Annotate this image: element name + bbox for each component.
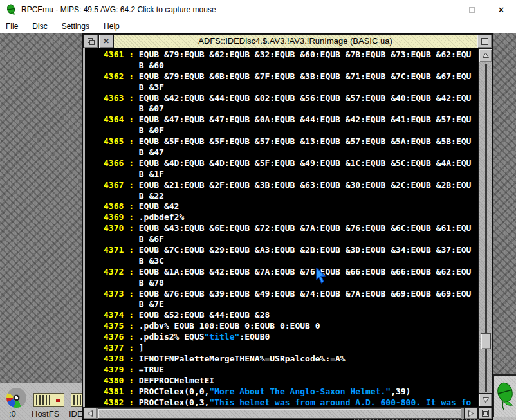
- code-text: EQUB &42:EQUB &44:EQUB &02:EQUB &56:EQUB…: [139, 93, 472, 103]
- code-text: B &1F: [139, 169, 164, 179]
- line-separator: :: [124, 343, 138, 352]
- line-separator: :: [124, 387, 138, 396]
- code-text: EQUB &79:EQUB &62:EQUB &32:EQUB &60:EQUB…: [139, 50, 472, 59]
- code-text: B &3C: [139, 256, 164, 266]
- vertical-scroll-track[interactable]: [479, 62, 492, 393]
- line-number: 4378: [104, 354, 124, 363]
- resize-icon: [482, 410, 489, 417]
- scroll-left-button[interactable]: [83, 407, 97, 419]
- maximize-button[interactable]: [457, 0, 486, 19]
- code-line: 4378 : IFNOTFNPaletteMergeTHENA%=USRpalc…: [104, 354, 478, 365]
- close-icon: ✕: [498, 6, 505, 14]
- line-number: 4376: [104, 332, 124, 342]
- back-button[interactable]: [83, 34, 98, 48]
- code-text: B &22: [139, 191, 164, 201]
- scroll-right-button[interactable]: [464, 407, 478, 419]
- code-line: 4364 : EQUB &47:EQUB &47:EQUB &0A:EQUB &…: [104, 114, 478, 125]
- code-text: .pdbis2% EQUS: [139, 332, 205, 342]
- line-number: 4371: [104, 245, 124, 255]
- line-number: 4374: [104, 310, 124, 320]
- task-manager-panel: [493, 374, 516, 417]
- editor-main: 4361 : EQUB &79:EQUB &62:EQUB &32:EQUB &…: [83, 48, 492, 407]
- code-line: 4375 : .pdbv% EQUB 108:EQUB 0:EQUB 0:EQU…: [104, 321, 478, 332]
- code-line-wrap: B &78: [104, 278, 478, 289]
- code-line-wrap: B &0F: [104, 125, 478, 136]
- vertical-scrollbar[interactable]: [478, 48, 492, 407]
- code-line-wrap: B &1F: [104, 169, 478, 180]
- code-line: 4367 : EQUB &21:EQUB &2F:EQUB &3B:EQUB &…: [104, 180, 478, 191]
- line-number: 4366: [104, 158, 124, 168]
- drive-label: IDE: [69, 409, 83, 419]
- drive-vents: [36, 395, 50, 405]
- horizontal-scrollbar[interactable]: [83, 407, 492, 419]
- code-text: B &78: [139, 278, 164, 288]
- line-number: 4369: [104, 212, 124, 222]
- code-text: B &07: [139, 104, 164, 113]
- line-separator: :: [124, 289, 138, 298]
- code-line: 4362 : EQUB &79:EQUB &6B:EQUB &7F:EQUB &…: [104, 71, 478, 82]
- minimize-button[interactable]: [427, 0, 457, 19]
- code-text: =TRUE: [139, 365, 164, 374]
- code-line: 4379 : =TRUE: [104, 365, 478, 376]
- code-text: EQUB &5F:EQUB &5F:EQUB &57:EQUB &13:EQUB…: [139, 136, 472, 146]
- code-text: .pdbv% EQUB 108:EQUB 0:EQUB 0:EQUB 0: [139, 321, 320, 331]
- toggle-size-button[interactable]: [477, 34, 492, 48]
- line-separator: :: [124, 354, 138, 363]
- code-line: 4371 : EQUB &7C:EQUB &29:EQUB &A3:EQUB &…: [104, 245, 478, 256]
- line-number: 4373: [104, 289, 124, 298]
- scroll-down-button[interactable]: [479, 393, 492, 407]
- menu-help[interactable]: Help: [104, 22, 120, 31]
- line-separator: :: [124, 223, 138, 233]
- code-line-wrap: B &22: [104, 191, 478, 202]
- line-separator: :: [124, 321, 138, 331]
- maximize-icon: [469, 7, 475, 13]
- line-number: 4367: [104, 180, 124, 190]
- scroll-up-button[interactable]: [479, 48, 492, 62]
- code-line: 4374 : EQUB &52:EQUB &44:EQUB &28: [104, 310, 478, 321]
- code-line: 4361 : EQUB &79:EQUB &62:EQUB &32:EQUB &…: [104, 50, 478, 60]
- app-title: RPCEmu - MIPS: 49.5 AVG: 64.2 Click to c…: [21, 5, 216, 14]
- resize-handle[interactable]: [478, 407, 492, 419]
- code-line: 4368 : EQUB &42: [104, 201, 478, 212]
- code-text: B &47: [139, 147, 164, 157]
- code-string: "title": [205, 332, 240, 342]
- horizontal-scroll-track[interactable]: [97, 407, 464, 419]
- horizontal-scroll-thumb[interactable]: [98, 408, 461, 419]
- menu-settings[interactable]: Settings: [62, 22, 89, 31]
- code-text: PROCTelex(0,0,: [139, 387, 210, 396]
- code-line-wrap: B &60: [104, 60, 478, 71]
- close-button[interactable]: ✕: [486, 0, 516, 19]
- code-text: B &3F: [139, 82, 164, 92]
- code-text: B &0F: [139, 125, 164, 135]
- line-separator: :: [124, 180, 138, 190]
- vertical-scroll-thumb[interactable]: [481, 333, 491, 349]
- window-close-button[interactable]: ✕: [98, 34, 114, 48]
- line-separator: :: [124, 114, 138, 124]
- code-line: 4363 : EQUB &42:EQUB &44:EQUB &02:EQUB &…: [104, 93, 478, 104]
- ide-drive-icon[interactable]: [71, 393, 82, 407]
- toggle-size-icon: [481, 38, 488, 45]
- editor-title[interactable]: ADFS::IDEDisc4.$.AV3.!AV3.!RunImage (BAS…: [114, 34, 477, 48]
- menu-file[interactable]: File: [6, 22, 18, 31]
- menubar: File Disc Settings Help: [0, 19, 516, 33]
- code-string: "This helmet was from around A.D. 600-80…: [209, 397, 471, 407]
- line-number: 4379: [104, 365, 124, 374]
- menu-disc[interactable]: Disc: [32, 22, 47, 31]
- line-number: 4382: [104, 397, 124, 407]
- code-text: EQUB &1A:EQUB &42:EQUB &7A:EQUB &76:EQUB…: [139, 267, 472, 277]
- floppy-disc-icon[interactable]: [6, 388, 26, 408]
- code-text: ]: [139, 343, 144, 352]
- code-line: 4369 : .pdbdef2%: [104, 212, 478, 223]
- code-text: B &60: [139, 60, 164, 70]
- line-separator: :: [124, 245, 138, 255]
- line-number: 4372: [104, 267, 124, 277]
- hostfs-drive-icon[interactable]: [33, 393, 64, 407]
- line-separator: :: [124, 376, 138, 385]
- drive-led: [56, 399, 60, 402]
- code-text: EQUB &52:EQUB &44:EQUB &28: [139, 310, 270, 320]
- drive-label: HostFS: [32, 409, 59, 419]
- code-line: 4366 : EQUB &4D:EQUB &4D:EQUB &5F:EQUB &…: [104, 158, 478, 169]
- line-number: 4380: [104, 376, 124, 385]
- acorn-icon[interactable]: [495, 379, 515, 412]
- code-line-wrap: B &07: [104, 104, 478, 114]
